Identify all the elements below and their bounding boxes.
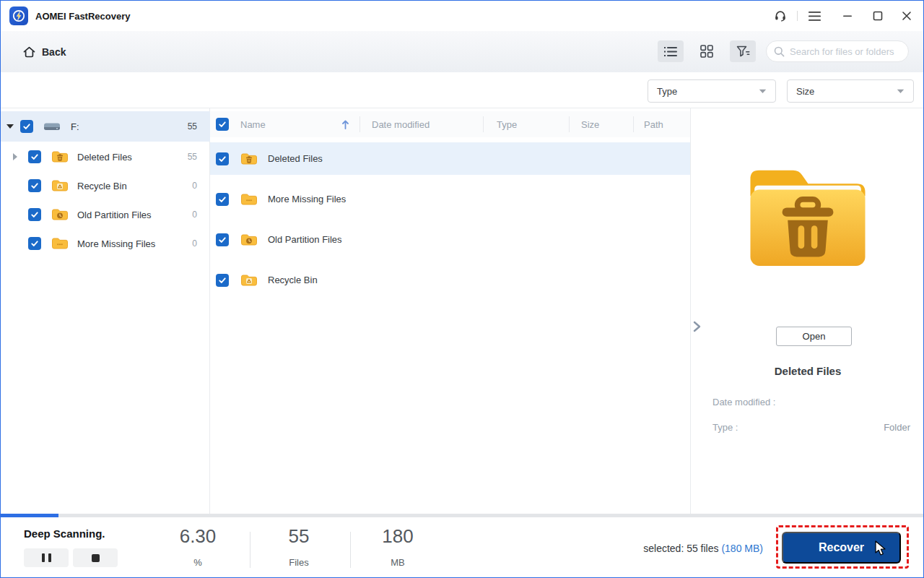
column-header-date-modified[interactable]: Date modified [359,116,483,132]
collapse-panel-chevron-icon[interactable] [692,321,702,332]
sidebar-tree: F: 55 Deleted Files 55 Recycle Bin 0 [1,108,210,514]
type-value: Folder [884,422,910,433]
file-rows: Deleted Files More Missing Files Old Par… [210,142,690,304]
preview-panel: Open Deleted Files Date modified : Type … [690,108,924,514]
tree-item-label: Recycle Bin [77,181,127,191]
sort-ascending-icon [341,120,349,129]
column-header-size[interactable]: Size [569,116,633,132]
grid-view-icon [700,45,713,58]
pause-icon [42,553,45,562]
app-logo-icon [9,7,28,25]
titlebar: AOMEI FastRecovery [1,1,923,31]
search-icon [774,46,785,57]
hamburger-menu-icon[interactable] [802,5,827,27]
drive-icon [43,121,61,132]
sidebar-item-recycle-bin[interactable]: Recycle Bin 0 [1,171,210,200]
chevron-down-icon [759,89,767,94]
sidebar-item-more-missing-files[interactable]: More Missing Files 0 [1,229,210,258]
checkbox[interactable] [216,193,229,206]
checkbox[interactable] [216,152,229,165]
select-all-checkbox[interactable] [216,118,229,131]
checkbox[interactable] [20,120,33,133]
stat-percent: 6.30 % [154,525,241,568]
table-row-deleted-files[interactable]: Deleted Files [210,142,690,175]
sidebar-item-drive-f[interactable]: F: 55 [1,111,210,142]
table-row-old-partition-files[interactable]: Old Partition Files [210,223,690,256]
row-name: Deleted Files [268,153,323,164]
table-row-more-missing-files[interactable]: More Missing Files [210,183,690,215]
selected-files-text: selected: 55 files [643,543,718,554]
maximize-icon[interactable] [866,5,890,27]
checkbox[interactable] [216,274,229,287]
list-view-button[interactable] [658,40,684,62]
app-identity: AOMEI FastRecovery [1,7,131,25]
file-list: Name Date modified Type Size Path Delete… [210,108,690,514]
list-view-icon [664,46,677,57]
expand-arrow-icon[interactable] [6,124,14,129]
drive-label: F: [71,121,79,132]
tree-item-count: 55 [188,152,197,162]
dots-folder-icon [240,192,258,207]
collapse-arrow-icon[interactable] [13,153,17,160]
search-input[interactable]: Search for files or folders [766,40,909,62]
drive-count: 55 [188,121,197,131]
scan-progress-track [1,514,923,517]
back-label: Back [42,46,66,58]
tree-item-count: 0 [192,181,197,191]
recycle-folder-icon [240,273,258,288]
scan-progress-fill [1,514,58,517]
dots-folder-icon [51,236,69,251]
back-button[interactable]: Back [22,46,66,59]
titlebar-controls [768,1,919,31]
type-filter-dropdown[interactable]: Type [648,79,776,103]
size-filter-dropdown[interactable]: Size [787,79,914,103]
detail-date-modified: Date modified : [712,397,910,407]
nav-right-tools: Search for files or folders [658,40,909,62]
home-icon [22,46,36,59]
tree-item-count: 0 [192,238,197,249]
filter-row: Type Size [1,72,923,108]
sidebar-item-deleted-files[interactable]: Deleted Files 55 [1,142,210,171]
tree-item-label: More Missing Files [77,238,155,249]
stat-files: 55 Files [256,525,342,568]
checkbox[interactable] [28,237,41,250]
stat-divider [350,532,351,568]
checkbox[interactable] [28,179,41,192]
table-row-recycle-bin[interactable]: Recycle Bin [210,264,690,296]
size-filter-label: Size [796,86,814,97]
navbar: Back [1,31,923,72]
support-headset-icon[interactable] [768,5,793,27]
close-icon[interactable] [894,5,919,27]
row-name: More Missing Files [268,194,346,204]
date-modified-label: Date modified : [712,397,775,407]
tree-item-count: 0 [192,210,197,220]
pause-button[interactable] [24,548,69,567]
status-bar: Deep Scanning. 6.30 % 55 Files 180 MB se… [1,514,923,578]
content-area: F: 55 Deleted Files 55 Recycle Bin 0 [1,108,923,514]
checkbox[interactable] [28,208,41,221]
column-header-name[interactable]: Name [210,116,359,132]
type-filter-label: Type [657,86,677,97]
selected-size-text: (180 MB) [721,543,763,554]
scan-status-text: Deep Scanning. [24,527,105,540]
open-button[interactable]: Open [776,327,852,346]
grid-view-button[interactable] [694,40,720,62]
clock-folder-icon [240,233,258,247]
file-list-header: Name Date modified Type Size Path [210,111,690,137]
type-label: Type : [712,422,738,433]
funnel-filter-icon [736,46,750,58]
checkbox[interactable] [216,233,229,246]
stop-button[interactable] [73,548,118,567]
checkbox[interactable] [28,150,41,163]
column-header-path[interactable]: Path [633,116,690,132]
chevron-down-icon [897,89,905,94]
recycle-folder-icon [51,178,69,193]
sidebar-item-old-partition-files[interactable]: Old Partition Files 0 [1,200,210,229]
deleted-files-folder-preview-icon [742,155,873,275]
minimize-icon[interactable] [835,5,860,27]
column-header-type[interactable]: Type [483,116,569,132]
filter-button[interactable] [730,40,756,62]
trash-folder-icon [240,152,258,166]
preview-title: Deleted Files [691,365,924,377]
selection-summary: selected: 55 files (180 MB) [643,543,763,554]
